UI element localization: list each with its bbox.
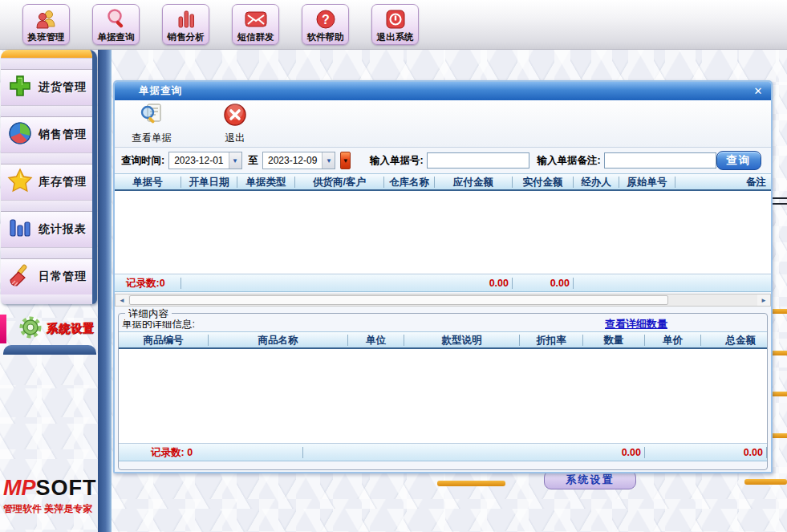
horizontal-scrollbar[interactable]: ◄ ► (115, 294, 771, 307)
column-header[interactable]: 经办人 (574, 177, 619, 188)
sidebar-item-settings[interactable]: 系统设置 (0, 315, 98, 343)
column-header[interactable]: 折扣率 (520, 335, 583, 346)
shift-management-button[interactable]: 换班管理 (22, 4, 70, 45)
column-header[interactable]: 供货商/客户 (295, 177, 384, 188)
doc-query-button[interactable]: 单据查询 (92, 4, 140, 45)
doc-query-dialog: 单据查询 ✕ 查看单据 (113, 80, 773, 473)
star-icon (7, 168, 33, 197)
sidebar-item-label: 销售管理 (39, 128, 87, 142)
column-header[interactable]: 单位 (348, 335, 404, 346)
logo-mp-text: MP (3, 476, 36, 500)
background-tab-marker (770, 351, 787, 355)
column-header[interactable]: 总金额 (701, 335, 767, 346)
toolbar-button-label: 短信群发 (237, 31, 274, 43)
detail-info-label: 单据的详细信息: (122, 318, 605, 331)
column-header[interactable]: 备注 (675, 177, 771, 188)
column-header[interactable]: 单据号 (115, 177, 181, 188)
scrollbar-thumb[interactable] (129, 295, 668, 305)
close-icon[interactable]: ✕ (752, 85, 765, 98)
scroll-right-icon[interactable]: ► (757, 294, 770, 306)
sidebar-item-reports[interactable]: 统计报表 (1, 212, 92, 247)
dialog-title-bar[interactable]: 单据查询 ✕ (115, 82, 771, 100)
sidebar-item-sales[interactable]: 销售管理 (1, 117, 92, 152)
toolbar-button-label: 单据查询 (98, 31, 135, 43)
date-preset-dropdown-button[interactable]: ▼ (340, 152, 351, 169)
column-header[interactable]: 单价 (645, 335, 701, 346)
background-settings-label: 系统设置 (566, 473, 615, 487)
detail-info-row: 单据的详细信息: 查看详细数量 (119, 314, 767, 331)
background-tab-marker (770, 309, 787, 314)
sidebar-divider (1, 200, 92, 212)
help-icon: ? (315, 7, 336, 31)
record-count: 记录数:0 (115, 278, 181, 289)
detail-group-label: 详细内容 (125, 307, 172, 321)
toolbar-button-label: 换班管理 (28, 31, 65, 43)
scroll-left-icon[interactable]: ◄ (116, 294, 128, 306)
date-from-value: 2023-12-01 (169, 155, 228, 166)
sidebar-item-purchase[interactable]: 进货管理 (1, 70, 92, 105)
detail-table-header: 商品编号 商品名称 单位 款型说明 折扣率 数量 单价 总金额 (119, 331, 767, 349)
view-doc-icon (138, 102, 165, 131)
background-equals-marker (773, 197, 787, 205)
doc-no-input[interactable] (427, 152, 529, 169)
bar-chart-icon (175, 7, 197, 31)
orders-table-body[interactable] (115, 191, 771, 274)
sidebar-item-daily[interactable]: 日常管理 (1, 259, 92, 294)
column-header[interactable]: 商品编号 (119, 335, 209, 346)
amount-total: 0.00 (701, 447, 767, 458)
exit-system-button[interactable]: 退出系统 (371, 4, 419, 45)
column-header[interactable]: 款型说明 (404, 335, 520, 346)
plus-icon (7, 73, 33, 102)
toolbar-button-label: 软件帮助 (307, 31, 344, 43)
search-icon (105, 7, 128, 31)
remark-input[interactable] (604, 152, 716, 169)
to-label: 至 (249, 154, 259, 168)
sidebar-divider (1, 58, 92, 70)
column-header[interactable]: 数量 (583, 335, 645, 346)
bars-icon (7, 215, 33, 244)
sms-broadcast-button[interactable]: 短信群发 (232, 4, 279, 45)
sidebar: 进货管理 销售管理 库存管理 (0, 50, 98, 532)
sms-envelope-icon (244, 7, 268, 31)
pie-chart-icon (7, 120, 33, 149)
dialog-exit-label: 退出 (225, 132, 245, 145)
column-header[interactable]: 开单日期 (181, 177, 237, 188)
logo-soft-text: SOFT (36, 476, 97, 500)
sidebar-item-label: 进货管理 (39, 80, 87, 95)
sidebar-item-label: 日常管理 (39, 270, 87, 284)
column-header[interactable]: 仓库名称 (384, 177, 435, 188)
window-divider-strip (98, 50, 112, 532)
settings-accent-bar (0, 315, 6, 343)
column-header[interactable]: 单据类型 (237, 177, 295, 188)
view-detail-qty-link[interactable]: 查看详细数量 (605, 317, 667, 331)
sidebar-item-label: 统计报表 (39, 222, 87, 237)
column-header[interactable]: 商品名称 (209, 335, 348, 346)
sales-analysis-button[interactable]: 销售分析 (162, 4, 209, 45)
chevron-down-icon[interactable]: ▼ (322, 152, 335, 169)
summary-spacer (181, 278, 435, 289)
sidebar-item-inventory[interactable]: 库存管理 (1, 164, 92, 200)
column-header[interactable]: 原始单号 (619, 177, 675, 188)
orders-table-header: 单据号 开单日期 单据类型 供货商/客户 仓库名称 应付金额 实付金额 经办人 … (115, 173, 771, 191)
dialog-title: 单据查询 (139, 84, 752, 98)
date-to-value: 2023-12-09 (263, 155, 322, 166)
date-to-select[interactable]: 2023-12-09 ▼ (262, 152, 335, 169)
chevron-down-icon[interactable]: ▼ (229, 152, 241, 169)
dialog-exit-button[interactable]: 退出 (213, 102, 258, 145)
toolbar-button-label: 销售分析 (168, 31, 205, 43)
detail-table-body[interactable] (119, 349, 767, 444)
column-header[interactable]: 实付金额 (513, 177, 574, 188)
detail-groupbox: 详细内容 单据的详细信息: 查看详细数量 商品编号 商品名称 单位 款型说明 折… (118, 313, 768, 470)
query-button-label: 查询 (726, 153, 751, 168)
help-button[interactable]: ? 软件帮助 (302, 4, 349, 45)
query-button[interactable]: 查询 (716, 151, 761, 170)
orders-summary-row: 记录数:0 0.00 0.00 (115, 274, 771, 292)
view-doc-button[interactable]: 查看单据 (129, 102, 174, 145)
qty-total: 0.00 (583, 447, 645, 458)
doc-no-label: 输入单据号: (370, 154, 424, 168)
workspace: 系统设置 单据查询 ✕ 查看单据 (112, 50, 787, 532)
date-from-select[interactable]: 2023-12-01 ▼ (168, 152, 241, 169)
column-header[interactable]: 应付金额 (435, 177, 513, 188)
toolbar-button-label: 退出系统 (377, 31, 414, 43)
background-tab-marker (770, 433, 787, 438)
